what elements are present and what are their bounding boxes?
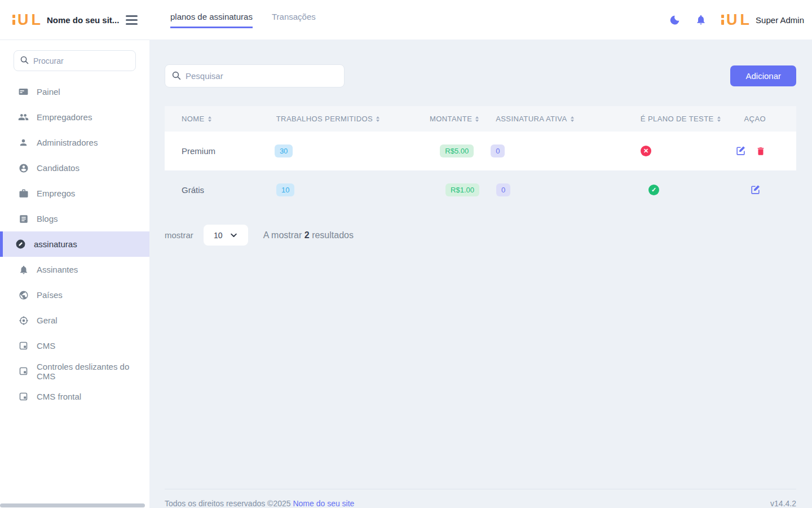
brand-logo[interactable]: U L	[12, 12, 41, 28]
sidebar-item-cms-frontal[interactable]: CMS frontal	[0, 384, 149, 409]
edit-icon[interactable]	[735, 146, 746, 156]
toolbar: Adicionar	[165, 64, 796, 87]
plan-name: Grátis	[182, 185, 204, 195]
top-nav: planos de assinaturas Transações	[170, 0, 316, 40]
check-circle-icon: ✓	[648, 185, 659, 195]
column-header-trabalhos: TRABALHOS PERMITIDOS	[276, 115, 373, 123]
column-header-montante: MONTANTE	[430, 115, 472, 123]
tab-planos-de-assinaturas[interactable]: planos de assinaturas	[170, 12, 253, 28]
table-search-input[interactable]	[165, 64, 345, 87]
sidebar-item-assinantes[interactable]: Assinantes	[0, 257, 149, 282]
sidebar-search-input[interactable]	[14, 50, 136, 71]
account-circle-icon	[18, 163, 29, 173]
table-row: Grátis 10 R$1.00 0 ✓	[165, 170, 796, 209]
sidebar-search	[14, 50, 136, 71]
logo-colon-mark	[12, 15, 15, 25]
delete-trash-icon[interactable]	[756, 146, 766, 156]
sidebar-item-label: Administradores	[37, 138, 98, 147]
sidebar-item-empregos[interactable]: Empregos	[0, 181, 149, 206]
logo-letter-u: U	[17, 12, 29, 28]
dark-mode-moon-icon[interactable]	[669, 14, 681, 26]
tab-label: Transações	[272, 12, 316, 28]
version-label: v14.4.2	[770, 499, 796, 508]
sidebar-item-candidatos[interactable]: Candidatos	[0, 155, 149, 181]
edit-icon[interactable]	[750, 185, 761, 195]
sort-icon[interactable]	[717, 116, 721, 122]
column-header-nome: NOME	[182, 115, 205, 123]
user-menu[interactable]: U L Super Admin	[721, 12, 804, 28]
sidebar: Painel Empregadores Administradores Cand…	[0, 40, 149, 508]
copyright-label: Todos os direitos reservados ©2025	[165, 499, 291, 508]
header-right: U L Super Admin	[669, 12, 812, 28]
person-icon	[18, 138, 29, 147]
column-header-assinatura-ativa: ASSINATURA ATIVA	[496, 115, 567, 123]
settings-icon	[18, 316, 29, 326]
logo-letter-l: L	[740, 12, 751, 28]
x-circle-icon: ✕	[641, 146, 651, 156]
active-subscriptions-badge: 0	[496, 183, 510, 196]
sidebar-item-administradores[interactable]: Administradores	[0, 130, 149, 155]
bell-icon	[18, 265, 29, 275]
main-content: Adicionar NOME TRABALHOS PERMITIDOS MONT…	[149, 40, 812, 508]
brand-area: U L Nome do seu sit...	[0, 0, 149, 40]
sort-icon[interactable]	[208, 116, 211, 122]
table-header-row: NOME TRABALHOS PERMITIDOS MONTANTE ASSIN…	[165, 106, 796, 132]
sidebar-item-empregadores[interactable]: Empregadores	[0, 104, 149, 130]
menu-toggle-icon[interactable]	[126, 15, 138, 25]
site-link[interactable]: Nome do seu site	[293, 499, 354, 508]
sort-icon[interactable]	[571, 116, 574, 122]
logo-letter-l: L	[32, 12, 42, 28]
sidebar-item-controles-deslizantes-cms[interactable]: Controles deslizantes do CMS	[0, 358, 149, 384]
allowed-jobs-badge: 30	[275, 144, 293, 157]
sidebar-item-label: Países	[37, 290, 63, 300]
sort-icon[interactable]	[376, 116, 379, 122]
sidebar-item-cms[interactable]: CMS	[0, 333, 149, 358]
pagination: mostrar 10 A mostrar 2 resultados	[165, 225, 796, 246]
sidebar-item-blogs[interactable]: Blogs	[0, 206, 149, 231]
sidebar-item-painel[interactable]: Painel	[0, 79, 149, 104]
summary-suffix: resultados	[312, 230, 354, 240]
sidebar-item-label: Assinantes	[37, 265, 78, 274]
table-search	[165, 64, 345, 87]
plan-name: Premium	[182, 146, 215, 156]
search-icon	[20, 55, 29, 65]
page-size-value: 10	[214, 231, 223, 240]
results-summary: A mostrar 2 resultados	[263, 230, 354, 240]
user-name: Super Admin	[756, 15, 804, 25]
tab-label: planos de assinaturas	[170, 12, 253, 28]
horizontal-scrollbar-thumb[interactable]	[0, 503, 145, 507]
people-icon	[18, 112, 29, 122]
sidebar-item-label: Blogs	[37, 214, 58, 224]
tab-transacoes[interactable]: Transações	[272, 12, 316, 28]
sidebar-item-label: Empregos	[37, 189, 75, 198]
chevron-down-icon	[230, 231, 238, 239]
page-icon	[18, 392, 29, 401]
sidebar-item-label: assinaturas	[34, 239, 77, 249]
column-header-plano-de-teste: É PLANO DE TESTE	[641, 115, 714, 123]
site-name: Nome do seu sit...	[47, 15, 119, 25]
sidebar-item-label: Empregadores	[37, 112, 92, 122]
sidebar-item-label: CMS frontal	[37, 392, 81, 401]
article-icon	[18, 214, 29, 224]
page-size-select[interactable]: 10	[204, 225, 248, 246]
copyright-text: Todos os direitos reservados ©2025 Nome …	[165, 499, 354, 508]
sidebar-menu: Painel Empregadores Administradores Cand…	[0, 79, 149, 409]
column-header-acao: AÇAO	[744, 115, 766, 123]
sidebar-item-label: CMS	[37, 341, 55, 351]
add-button[interactable]: Adicionar	[730, 65, 796, 86]
dashboard-icon	[18, 86, 29, 97]
search-icon	[171, 71, 182, 81]
globe-icon	[18, 290, 29, 300]
sidebar-item-geral[interactable]: Geral	[0, 308, 149, 333]
sidebar-item-paises[interactable]: Países	[0, 282, 149, 308]
allowed-jobs-badge: 10	[276, 183, 294, 196]
sidebar-item-assinaturas[interactable]: assinaturas	[0, 231, 149, 257]
summary-count: 2	[304, 230, 310, 240]
subscription-icon	[15, 239, 26, 249]
show-label: mostrar	[165, 230, 193, 240]
amount-badge: R$1.00	[445, 183, 479, 196]
brand-logo-small: U L	[721, 12, 750, 28]
active-subscriptions-badge: 0	[491, 144, 505, 157]
notifications-bell-icon[interactable]	[695, 14, 707, 25]
sidebar-item-label: Controles deslizantes do CMS	[37, 362, 149, 381]
